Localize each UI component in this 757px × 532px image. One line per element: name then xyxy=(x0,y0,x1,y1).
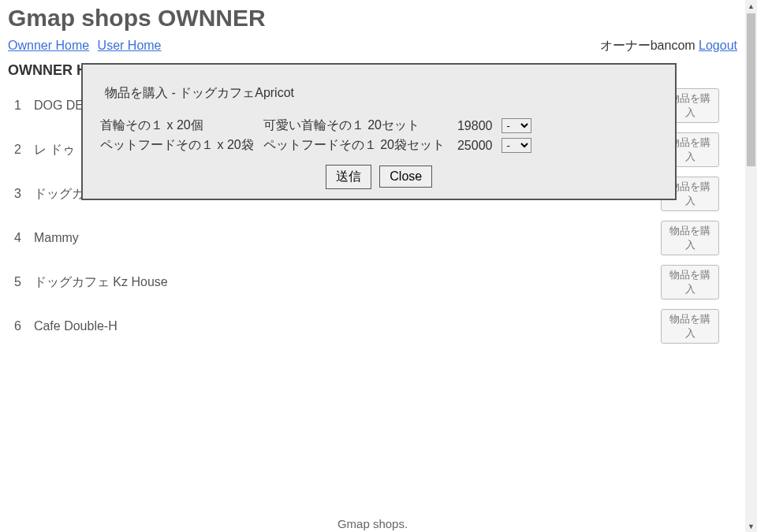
purchase-modal: 物品を購入 - ドッグカフェApricot 首輪その１ x 20個 可愛い首輪そ… xyxy=(81,63,677,200)
row-index: 1 xyxy=(8,84,28,128)
shop-name: Cafe Double-H xyxy=(28,304,654,348)
item-desc: ペットフードその１ 20袋セット xyxy=(259,136,449,155)
owner-name-label: オーナーbancom xyxy=(600,39,695,52)
modal-items-table: 首輪その１ x 20個 可愛い首輪その１ 20セット 19800 - ペットフー… xyxy=(95,116,536,155)
item-row: ペットフードその１ x 20袋 ペットフードその１ 20袋セット 25000 - xyxy=(95,136,536,155)
table-row: 4 Mammy 物品を購入 xyxy=(8,216,725,260)
page-title: Gmap shops OWNNER xyxy=(8,5,737,32)
item-desc: 可愛い首輪その１ 20セット xyxy=(259,116,449,136)
ownner-home-link[interactable]: Ownner Home xyxy=(8,39,89,52)
qty-select[interactable]: - xyxy=(502,138,531,153)
item-spec: ペットフードその１ x 20袋 xyxy=(95,136,259,155)
scroll-down-arrow-icon[interactable]: ▼ xyxy=(745,520,757,532)
shop-name: Mammy xyxy=(28,216,654,260)
modal-button-bar: 送信 Close xyxy=(95,165,662,189)
item-spec: 首輪その１ x 20個 xyxy=(95,116,259,136)
shop-name: ドッグカフェ Kz House xyxy=(28,260,654,304)
row-index: 2 xyxy=(8,128,28,172)
item-row: 首輪その１ x 20個 可愛い首輪その１ 20セット 19800 - xyxy=(95,116,536,136)
modal-title: 物品を購入 - ドッグカフェApricot xyxy=(105,85,662,102)
close-button[interactable]: Close xyxy=(379,166,432,188)
buy-button[interactable]: 物品を購入 xyxy=(661,221,719,255)
nav-links: Ownner Home User Home xyxy=(8,39,166,53)
header-bar: Ownner Home User Home オーナーbancom Logout xyxy=(8,38,737,54)
table-row: 6 Cafe Double-H 物品を購入 xyxy=(8,304,725,348)
user-home-link[interactable]: User Home xyxy=(98,39,162,52)
logout-link[interactable]: Logout xyxy=(699,39,737,52)
table-row: 5 ドッグカフェ Kz House 物品を購入 xyxy=(8,260,725,304)
submit-button[interactable]: 送信 xyxy=(326,165,371,189)
scroll-up-arrow-icon[interactable]: ▲ xyxy=(745,0,757,12)
buy-button[interactable]: 物品を購入 xyxy=(661,265,719,299)
buy-button[interactable]: 物品を購入 xyxy=(661,309,719,344)
row-index: 4 xyxy=(8,216,28,260)
scrollbar-track[interactable]: ▲ ▼ xyxy=(745,0,757,532)
item-price: 25000 xyxy=(449,136,498,155)
footer-text: Gmap shops. xyxy=(0,517,745,530)
row-index: 5 xyxy=(8,260,28,304)
scrollbar-thumb[interactable] xyxy=(747,13,755,166)
row-index: 3 xyxy=(8,172,28,216)
qty-select[interactable]: - xyxy=(502,118,531,133)
item-price: 19800 xyxy=(449,116,498,136)
user-area: オーナーbancom Logout xyxy=(600,38,737,54)
row-index: 6 xyxy=(8,304,28,348)
